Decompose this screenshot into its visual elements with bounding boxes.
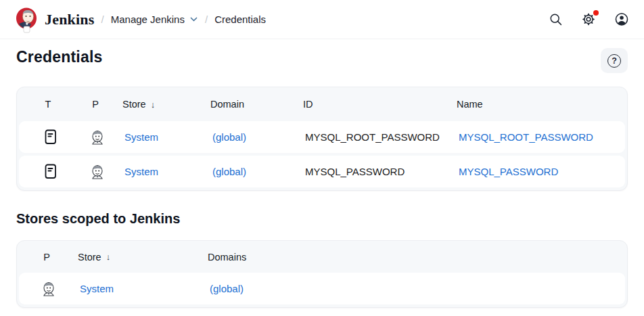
- user-icon[interactable]: [614, 12, 629, 27]
- jenkins-head-icon: [83, 129, 124, 146]
- chevron-down-icon[interactable]: [189, 15, 198, 24]
- help-icon: ?: [607, 54, 621, 68]
- search-icon[interactable]: [548, 12, 563, 27]
- stores-table-header: P Store ↓ Domains: [17, 241, 627, 273]
- notification-dot: [593, 10, 599, 16]
- credentials-note-icon: [30, 162, 83, 181]
- breadcrumb-manage-jenkins[interactable]: Manage Jenkins: [111, 14, 198, 25]
- credentials-table-header: T P Store ↓ Domain ID Name: [17, 87, 627, 121]
- column-header-provider[interactable]: P: [28, 252, 78, 263]
- stores-section-title: Stores scoped to Jenkins: [16, 211, 628, 227]
- column-header-name[interactable]: Name: [457, 99, 627, 110]
- credential-row: System (global) MYSQL_PASSWORD MYSQL_PAS…: [19, 156, 625, 187]
- sort-descending-icon[interactable]: ↓: [106, 252, 111, 262]
- store-link[interactable]: System: [124, 131, 158, 143]
- top-bar: Jenkins / Manage Jenkins / Credentials: [0, 0, 644, 39]
- store-link[interactable]: System: [80, 283, 114, 294]
- store-link[interactable]: System: [124, 166, 158, 177]
- jenkins-home-link[interactable]: Jenkins: [15, 6, 95, 33]
- domain-link[interactable]: (global): [212, 131, 246, 143]
- credential-row: System (global) MYSQL_ROOT_PASSWORD MYSQ…: [19, 121, 625, 153]
- column-header-provider[interactable]: P: [80, 99, 122, 110]
- jenkins-logo-icon: [15, 6, 38, 33]
- credentials-note-icon: [30, 128, 83, 146]
- column-header-store[interactable]: Store ↓: [122, 99, 210, 110]
- credential-id: MYSQL_PASSWORD: [305, 166, 459, 177]
- jenkins-head-icon: [83, 163, 124, 181]
- page-title: Credentials: [16, 48, 102, 66]
- domain-link[interactable]: (global): [212, 166, 246, 177]
- credential-id: MYSQL_ROOT_PASSWORD: [305, 131, 459, 143]
- main-content: Credentials ? T P Store ↓ Domain ID Name: [0, 48, 644, 308]
- column-header-type[interactable]: T: [28, 99, 80, 110]
- column-header-domains[interactable]: Domains: [208, 252, 627, 263]
- jenkins-head-icon: [30, 280, 80, 298]
- sort-descending-icon[interactable]: ↓: [151, 99, 156, 110]
- topbar-actions: [548, 12, 629, 27]
- credential-name-link[interactable]: MYSQL_PASSWORD: [459, 166, 558, 177]
- store-row: System (global): [19, 273, 625, 304]
- breadcrumb-separator: /: [101, 14, 104, 25]
- brand-title[interactable]: Jenkins: [45, 11, 95, 28]
- credential-name-link[interactable]: MYSQL_ROOT_PASSWORD: [459, 131, 593, 143]
- column-header-store[interactable]: Store ↓: [78, 252, 208, 263]
- gear-icon[interactable]: [581, 12, 596, 27]
- column-header-domain[interactable]: Domain: [210, 99, 303, 110]
- breadcrumb-credentials[interactable]: Credentials: [214, 14, 266, 25]
- column-header-id[interactable]: ID: [303, 99, 457, 110]
- domains-link[interactable]: (global): [210, 283, 244, 294]
- credentials-table: T P Store ↓ Domain ID Name: [16, 87, 628, 191]
- breadcrumb-separator: /: [205, 14, 208, 25]
- help-button[interactable]: ?: [601, 48, 628, 73]
- stores-table: P Store ↓ Domains System (global: [16, 240, 628, 308]
